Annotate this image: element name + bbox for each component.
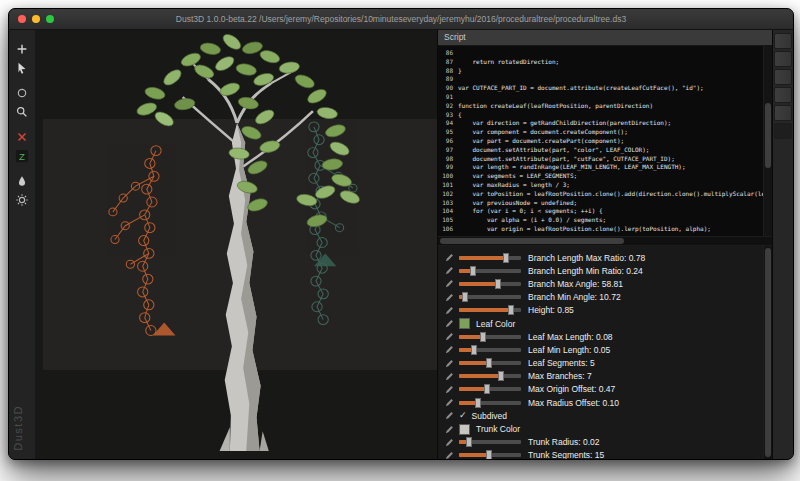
line-number: 99 — [438, 163, 453, 172]
slider-handle[interactable] — [484, 384, 490, 394]
parameter-slider[interactable] — [459, 335, 521, 339]
parameter-slider[interactable] — [459, 256, 521, 260]
parameter-slider[interactable] — [459, 269, 521, 273]
dock-tab[interactable] — [774, 105, 792, 121]
line-number: 90 — [438, 84, 453, 93]
slider-handle[interactable] — [486, 358, 492, 368]
parameter-row: Trunk Color — [445, 422, 763, 435]
minimize-button[interactable] — [32, 15, 40, 23]
title-bar[interactable]: Dust3D 1.0.0-beta.22 /Users/jeremy/Repos… — [9, 9, 793, 30]
code-hscroll-thumb[interactable] — [440, 238, 624, 244]
edit-pencil-icon[interactable] — [445, 385, 454, 394]
parameter-label: Leaf Max Length: 0.08 — [528, 332, 613, 342]
color-swatch[interactable] — [459, 424, 470, 435]
window-title: Dust3D 1.0.0-beta.22 /Users/jeremy/Repos… — [9, 14, 793, 24]
line-code: document.setAttribute(part, "color", LEA… — [458, 146, 649, 155]
dock-tab[interactable] — [774, 87, 792, 103]
parameter-slider[interactable] — [459, 361, 521, 365]
edit-pencil-icon[interactable] — [445, 266, 454, 275]
slider-handle[interactable] — [508, 305, 514, 315]
line-code: var CUTFACE_PART_ID = document.attribute… — [458, 84, 704, 93]
line-code: function createLeaf(leafRootPosition, pa… — [458, 102, 653, 111]
paint-icon[interactable] — [13, 172, 31, 190]
parameter-list: Branch Length Max Ratio: 0.78 Branch Len… — [438, 246, 763, 459]
parameter-row: Max Radius Offset: 0.10 — [445, 396, 763, 409]
edit-pencil-icon[interactable] — [445, 293, 454, 302]
edit-pencil-icon[interactable] — [445, 451, 454, 459]
edit-pencil-icon[interactable] — [445, 398, 454, 407]
add-node-icon[interactable] — [13, 40, 31, 58]
slider-handle[interactable] — [480, 332, 486, 342]
slider-handle[interactable] — [475, 398, 481, 408]
code-editor[interactable]: 86 87 return rotatedDirection; 88 } 89 9… — [438, 46, 772, 236]
slider-handle[interactable] — [503, 253, 509, 263]
color-swatch[interactable] — [459, 318, 470, 329]
edit-pencil-icon[interactable] — [445, 306, 454, 315]
slider-fill — [459, 282, 499, 286]
slider-handle[interactable] — [462, 292, 468, 302]
zoom-button[interactable] — [46, 15, 54, 23]
parameter-slider[interactable] — [459, 440, 521, 444]
edit-pencil-icon[interactable] — [445, 345, 454, 354]
line-number: 86 — [438, 49, 453, 58]
parameters-scrollbar[interactable] — [763, 246, 772, 459]
code-horizontal-scrollbar[interactable] — [438, 236, 772, 246]
edit-pencil-icon[interactable] — [445, 279, 454, 288]
checkbox-check-icon[interactable]: ✓ — [459, 411, 467, 420]
parameter-row: Leaf Min Length: 0.05 — [445, 343, 763, 356]
z-axis-lock-icon[interactable]: Z — [13, 147, 31, 165]
slider-handle[interactable] — [495, 279, 501, 289]
edit-pencil-icon[interactable] — [445, 425, 454, 434]
parameter-row: Branch Max Angle: 58.81 — [445, 277, 763, 290]
close-button[interactable] — [18, 15, 26, 23]
parameter-slider[interactable] — [459, 374, 521, 378]
line-number: 97 — [438, 146, 453, 155]
edit-pencil-icon[interactable] — [445, 411, 454, 420]
edit-pencil-icon[interactable] — [445, 372, 454, 381]
edit-pencil-icon[interactable] — [445, 253, 454, 262]
code-line: 88 } — [438, 67, 763, 76]
parameter-slider[interactable] — [459, 308, 521, 312]
code-line: 102 var toPosition = leafRootPosition.cl… — [438, 190, 763, 199]
dock-tab[interactable] — [774, 69, 792, 85]
select-icon[interactable] — [13, 59, 31, 77]
parameter-slider[interactable] — [459, 348, 521, 352]
line-number: 95 — [438, 128, 453, 137]
edit-pencil-icon[interactable] — [445, 359, 454, 368]
viewport-3d[interactable] — [35, 30, 437, 459]
slider-handle[interactable] — [466, 437, 472, 447]
dock-tab[interactable] — [774, 33, 792, 49]
parameter-slider[interactable] — [459, 282, 521, 286]
line-number: 94 — [438, 119, 453, 128]
parameter-label: Branch Length Min Ratio: 0.24 — [528, 266, 643, 276]
dock-tab[interactable] — [774, 123, 792, 139]
slider-handle[interactable] — [471, 345, 477, 355]
edit-pencil-icon[interactable] — [445, 332, 454, 341]
dock-tab-strip — [772, 30, 793, 459]
parameter-slider[interactable] — [459, 401, 521, 405]
parameters-scroll-thumb[interactable] — [765, 248, 771, 457]
settings-gear-icon[interactable] — [13, 191, 31, 209]
code-lines[interactable]: 86 87 return rotatedDirection; 88 } 89 9… — [438, 46, 763, 236]
x-axis-lock-icon[interactable] — [13, 128, 31, 146]
slider-fill — [459, 374, 502, 378]
dock-tab[interactable] — [774, 51, 792, 67]
parameter-slider[interactable] — [459, 453, 521, 457]
parameter-slider[interactable] — [459, 295, 521, 299]
code-vertical-scrollbar[interactable] — [763, 46, 772, 236]
parameter-slider[interactable] — [459, 387, 521, 391]
line-number: 93 — [438, 111, 453, 120]
edit-pencil-icon[interactable] — [445, 438, 454, 447]
slider-handle[interactable] — [486, 450, 492, 459]
slider-handle[interactable] — [470, 266, 476, 276]
code-line: 93 { — [438, 111, 763, 120]
code-line: 97 document.setAttribute(part, "color", … — [438, 146, 763, 155]
code-scroll-thumb[interactable] — [765, 103, 771, 168]
parameter-label: Height: 0.85 — [528, 305, 574, 315]
edit-pencil-icon[interactable] — [445, 319, 454, 328]
code-line: 106 var origin = leafRootPosition.clone(… — [438, 225, 763, 234]
line-code: document.setAttribute(part, "cutFace", C… — [458, 155, 675, 164]
zoom-icon[interactable] — [13, 103, 31, 121]
rotate-view-icon[interactable] — [13, 84, 31, 102]
slider-handle[interactable] — [498, 371, 504, 381]
